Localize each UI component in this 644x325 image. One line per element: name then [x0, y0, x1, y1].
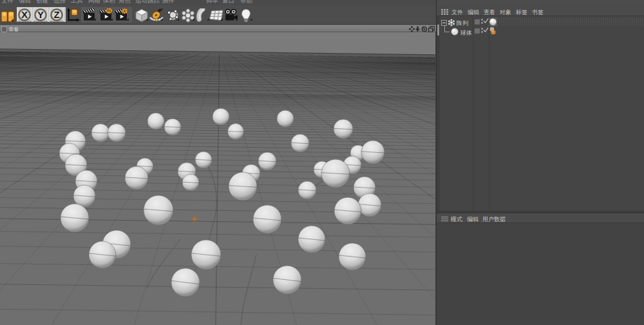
svg-text:Z: Z: [53, 9, 59, 20]
svg-text:Y: Y: [37, 9, 44, 20]
svg-text:X: X: [21, 9, 28, 20]
